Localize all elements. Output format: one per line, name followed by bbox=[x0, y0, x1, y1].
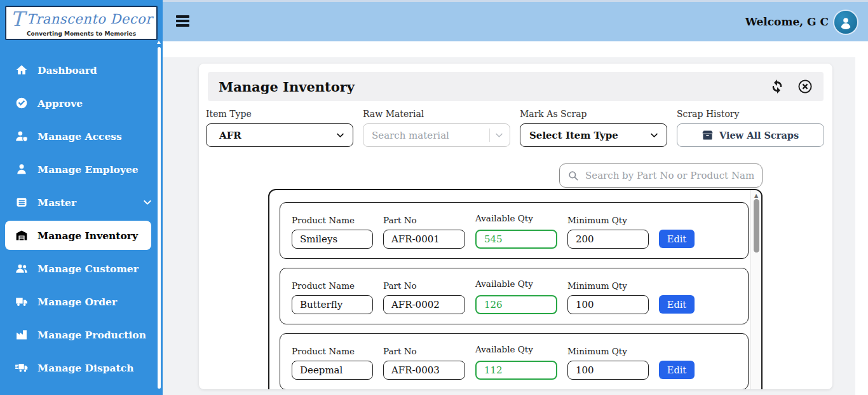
topbar: Welcome, G C bbox=[163, 0, 868, 41]
warehouse-icon bbox=[15, 229, 28, 242]
welcome-text: Welcome, G C bbox=[745, 15, 829, 28]
sidebar-item-manage-inventory[interactable]: Manage Inventory bbox=[5, 221, 151, 250]
box-icon bbox=[702, 130, 713, 141]
list-scrollbar-thumb[interactable] bbox=[754, 199, 759, 253]
view-all-scraps-button[interactable]: View All Scraps bbox=[677, 123, 824, 147]
brand-logo: T Transcento Decor Converting Moments to… bbox=[5, 6, 158, 40]
product-name-field: Product Name bbox=[292, 281, 373, 314]
sidebar-item-manage-access[interactable]: Manage Access bbox=[0, 120, 163, 153]
sidebar-item-label: Dashboard bbox=[37, 64, 97, 76]
field-label: Product Name bbox=[292, 215, 373, 225]
user-shield-icon bbox=[15, 130, 28, 142]
user-avatar[interactable] bbox=[834, 11, 857, 34]
sidebar-item-label: Manage Production bbox=[37, 329, 146, 341]
mark-as-scrap-value: Select Item Type bbox=[529, 130, 618, 141]
sidebar-item-manage-employee[interactable]: Manage Employee bbox=[0, 153, 163, 186]
combobox-divider bbox=[489, 128, 490, 142]
sidebar-item-manage-production[interactable]: Manage Production bbox=[0, 318, 163, 351]
available-qty-input[interactable] bbox=[475, 361, 557, 380]
inventory-row: Product NamePart NoAvailable QtyMinimum … bbox=[280, 202, 749, 259]
brand-tagline: Converting Moments to Memories bbox=[27, 31, 136, 37]
field-label: Minimum Qty bbox=[567, 281, 649, 291]
list-scrollbar[interactable]: ▲ ▼ bbox=[750, 190, 761, 389]
product-name-input[interactable] bbox=[292, 295, 373, 314]
inventory-list: Product NamePart NoAvailable QtyMinimum … bbox=[268, 189, 763, 389]
manage-inventory-panel: Manage Inventory bbox=[199, 64, 832, 389]
dispatch-truck-icon bbox=[15, 361, 28, 374]
search-row bbox=[199, 147, 832, 188]
close-icon[interactable] bbox=[797, 79, 813, 94]
truck-icon bbox=[15, 295, 28, 308]
field-label: Product Name bbox=[292, 281, 373, 291]
part-no-input[interactable] bbox=[383, 230, 465, 249]
mark-as-scrap-select[interactable]: Select Item Type bbox=[520, 123, 667, 147]
field-label: Part No bbox=[383, 346, 465, 356]
sidebar-item-label: Manage Customer bbox=[37, 263, 139, 275]
product-name-field: Product Name bbox=[292, 215, 373, 249]
user-avatar-icon bbox=[838, 15, 853, 30]
factory-icon bbox=[15, 328, 28, 341]
sidebar-item-master[interactable]: Master bbox=[0, 186, 163, 219]
part-no-input[interactable] bbox=[383, 295, 465, 314]
field-label: Available Qty bbox=[475, 213, 557, 223]
hamburger-menu-icon[interactable] bbox=[176, 15, 189, 29]
available-qty-input[interactable] bbox=[475, 295, 557, 314]
chevron-down-icon[interactable] bbox=[494, 130, 504, 140]
edit-button[interactable]: Edit bbox=[659, 361, 695, 379]
list-icon bbox=[15, 196, 28, 209]
part-no-field: Part No bbox=[383, 346, 465, 380]
sidebar: T Transcento Decor Converting Moments to… bbox=[0, 0, 163, 395]
sidebar-item-label: Manage Employee bbox=[37, 163, 139, 176]
available-qty-input[interactable] bbox=[475, 230, 557, 249]
sidebar-item-approve[interactable]: Approve bbox=[0, 87, 163, 120]
product-name-input[interactable] bbox=[292, 230, 373, 249]
sidebar-scrollbar-thumb[interactable] bbox=[158, 47, 161, 389]
field-label: Part No bbox=[383, 281, 465, 291]
sidebar-item-dashboard[interactable]: Dashboard bbox=[0, 53, 163, 87]
inventory-row: Product NamePart NoAvailable QtyMinimum … bbox=[280, 268, 749, 324]
part-no-field: Part No bbox=[383, 281, 465, 314]
minimum-qty-field: Minimum Qty bbox=[567, 281, 649, 314]
field-label: Product Name bbox=[292, 346, 373, 356]
available-qty-field: Available Qty bbox=[475, 346, 557, 380]
field-label: Minimum Qty bbox=[567, 346, 649, 356]
edit-button[interactable]: Edit bbox=[659, 230, 695, 248]
field-label: Available Qty bbox=[475, 279, 557, 289]
view-all-scraps-label: View All Scraps bbox=[719, 130, 799, 141]
minimum-qty-input[interactable] bbox=[567, 361, 649, 380]
sidebar-nav: DashboardApproveManage AccessManage Empl… bbox=[0, 53, 163, 384]
users-icon bbox=[15, 262, 28, 275]
search-box bbox=[559, 163, 763, 188]
inventory-rows: Product NamePart NoAvailable QtyMinimum … bbox=[269, 190, 750, 389]
sidebar-scrollbar[interactable] bbox=[157, 42, 161, 389]
edit-button[interactable]: Edit bbox=[659, 295, 695, 314]
minimum-qty-input[interactable] bbox=[567, 230, 649, 249]
filter-row: Item Type AFR Raw Material bbox=[199, 101, 832, 147]
home-icon bbox=[15, 64, 28, 76]
field-label: Available Qty bbox=[475, 344, 557, 354]
available-qty-field: Available Qty bbox=[475, 281, 557, 314]
item-type-label: Item Type bbox=[206, 109, 353, 119]
field-label: Part No bbox=[383, 215, 465, 225]
sidebar-item-label: Manage Inventory bbox=[37, 230, 138, 242]
sidebar-item-manage-dispatch[interactable]: Manage Dispatch bbox=[0, 351, 163, 384]
product-name-input[interactable] bbox=[292, 361, 373, 380]
part-no-input[interactable] bbox=[383, 361, 465, 380]
mark-as-scrap-label: Mark As Scrap bbox=[520, 109, 667, 119]
raw-material-input[interactable] bbox=[372, 130, 485, 141]
sidebar-item-label: Manage Order bbox=[37, 296, 117, 308]
search-icon bbox=[567, 170, 579, 181]
item-type-select[interactable]: AFR bbox=[206, 123, 353, 147]
scroll-up-arrow-icon[interactable]: ▲ bbox=[751, 193, 761, 198]
minimum-qty-field: Minimum Qty bbox=[567, 215, 649, 249]
sidebar-item-label: Approve bbox=[37, 97, 83, 109]
sidebar-item-manage-order[interactable]: Manage Order bbox=[0, 285, 163, 318]
main-content: Manage Inventory bbox=[163, 41, 868, 395]
user-icon bbox=[15, 163, 28, 176]
field-label: Minimum Qty bbox=[567, 215, 649, 225]
search-input[interactable] bbox=[585, 170, 754, 181]
sidebar-item-manage-customer[interactable]: Manage Customer bbox=[0, 252, 163, 285]
minimum-qty-input[interactable] bbox=[567, 295, 649, 314]
scroll-up-arrow-icon bbox=[157, 41, 161, 44]
refresh-icon[interactable] bbox=[770, 79, 785, 94]
